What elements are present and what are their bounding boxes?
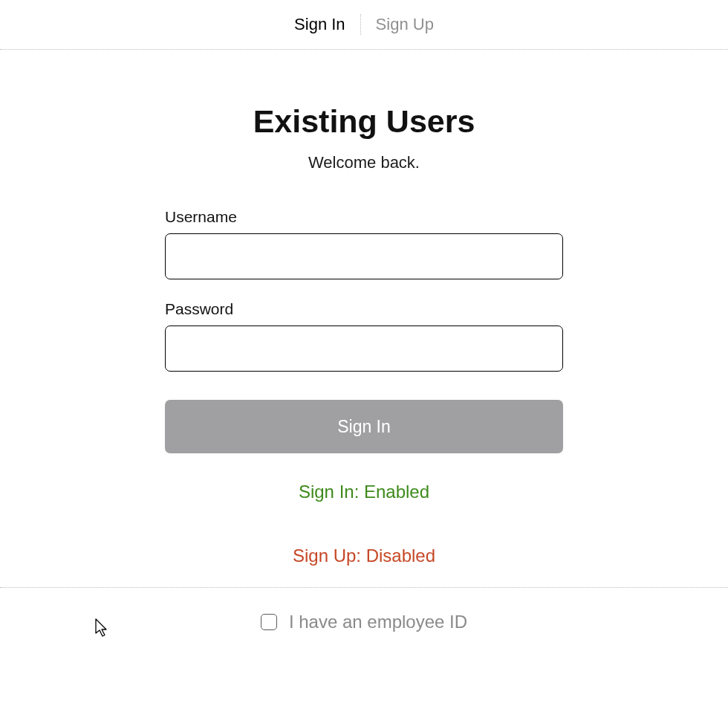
signup-status: Sign Up: Disabled bbox=[165, 545, 563, 566]
employee-id-label: I have an employee ID bbox=[289, 612, 467, 632]
auth-tabs: Sign In Sign Up bbox=[0, 0, 728, 50]
username-field-group: Username bbox=[165, 208, 563, 279]
employee-id-checkbox[interactable] bbox=[261, 614, 277, 630]
signin-panel: Existing Users Welcome back. Username Pa… bbox=[165, 50, 563, 566]
page-subtitle: Welcome back. bbox=[165, 153, 563, 172]
tab-signin[interactable]: Sign In bbox=[279, 15, 360, 34]
tab-signup[interactable]: Sign Up bbox=[361, 15, 449, 34]
employee-id-row: I have an employee ID bbox=[0, 588, 728, 632]
signin-status: Sign In: Enabled bbox=[165, 482, 563, 502]
password-field-group: Password bbox=[165, 300, 563, 372]
password-label: Password bbox=[165, 300, 563, 318]
signin-button[interactable]: Sign In bbox=[165, 400, 563, 453]
password-input[interactable] bbox=[165, 326, 563, 372]
page-title: Existing Users bbox=[165, 103, 563, 140]
username-label: Username bbox=[165, 208, 563, 226]
username-input[interactable] bbox=[165, 233, 563, 279]
